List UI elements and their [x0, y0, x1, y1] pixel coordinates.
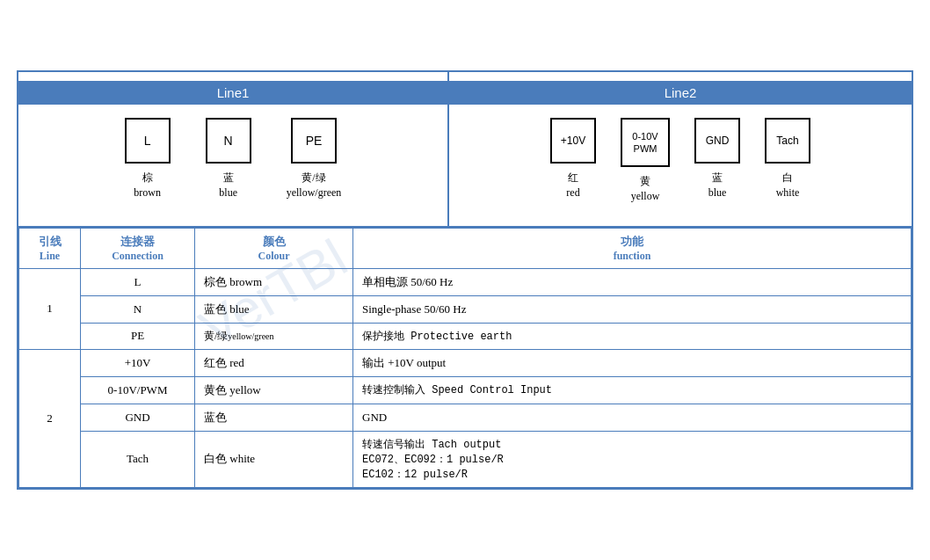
- connector-10v-label: 红 red: [566, 171, 579, 200]
- func-pwm-cell: 转速控制输入 Speed Control Input: [353, 376, 912, 404]
- th-line: 引线 Line: [19, 228, 81, 268]
- line1-connectors: L 棕 brown N 蓝 blue PE 黄/绿: [18, 118, 447, 200]
- conn-gnd-cell: GND: [81, 404, 195, 431]
- line2-connectors: +10V 红 red 0-10VPWM 黄 yellow GND: [449, 118, 912, 204]
- conn-pwm-cell: 0-10V/PWM: [81, 376, 195, 404]
- connector-PE-label: 黄/绿 yellow/green: [287, 171, 342, 200]
- connector-L-box: L: [125, 118, 171, 164]
- func-PE-cell: 保护接地 Protective earth: [353, 323, 912, 349]
- table-row: GND 蓝色 GND: [19, 404, 912, 431]
- func-tach-cell: 转速信号输出 Tach outputEC072、EC092：1 pulse/RE…: [353, 431, 912, 487]
- th-connection: 连接器 Connection: [81, 228, 195, 268]
- connector-pwm-label: 黄 yellow: [631, 174, 660, 204]
- connector-pwm-box: 0-10VPWM: [621, 118, 670, 167]
- line1-header: Line1: [18, 81, 447, 105]
- connector-L: L 棕 brown: [125, 118, 171, 200]
- connector-N: N 蓝 blue: [206, 118, 251, 200]
- table-row: 0-10V/PWM 黄色 yellow 转速控制输入 Speed Control…: [19, 376, 912, 404]
- data-table: 引线 Line 连接器 Connection 颜色 Colour 功能 func…: [18, 228, 912, 488]
- connector-N-label: 蓝 blue: [219, 171, 237, 200]
- func-10v-cell: 输出 +10V output: [353, 349, 912, 376]
- connector-PE: PE 黄/绿 yellow/green: [287, 118, 342, 200]
- table-wrapper: VerTBl 引线 Line 连接器 Connection 颜色 Colour: [18, 228, 912, 488]
- line2-header: Line2: [449, 81, 912, 105]
- connector-10v: +10V 红 red: [550, 118, 596, 204]
- connector-PE-box: PE: [291, 118, 337, 164]
- line1-cell: 1: [19, 268, 81, 349]
- table-row: 1 L 棕色 browm 单相电源 50/60 Hz: [19, 268, 912, 295]
- connector-pwm: 0-10VPWM 黄 yellow: [621, 118, 670, 204]
- line1-diagram: Line1 L 棕 brown N 蓝 blue P: [18, 72, 449, 226]
- connector-L-label: 棕 brown: [134, 171, 161, 200]
- table-header-row: 引线 Line 连接器 Connection 颜色 Colour 功能 func…: [19, 228, 912, 268]
- func-N-cell: Single-phase 50/60 Hz: [353, 295, 912, 323]
- main-container: Line1 L 棕 brown N 蓝 blue P: [17, 70, 913, 490]
- conn-L-cell: L: [81, 268, 195, 295]
- connector-tach-label: 白 white: [776, 171, 800, 200]
- line2-cell: 2: [19, 349, 81, 487]
- connector-gnd: GND 蓝 blue: [694, 118, 740, 204]
- connector-gnd-box: GND: [694, 118, 740, 164]
- color-L-cell: 棕色 browm: [195, 268, 353, 295]
- conn-10v-cell: +10V: [81, 349, 195, 376]
- connector-tach: Tach 白 white: [765, 118, 810, 204]
- color-PE-cell: 黄/绿yellow/green: [195, 323, 353, 349]
- color-pwm-cell: 黄色 yellow: [195, 376, 353, 404]
- connector-10v-box: +10V: [550, 118, 596, 164]
- line2-diagram: Line2 +10V 红 red 0-10VPWM 黄 yellow: [449, 72, 912, 226]
- connector-gnd-label: 蓝 blue: [708, 171, 727, 200]
- conn-tach-cell: Tach: [81, 431, 195, 487]
- color-N-cell: 蓝色 blue: [195, 295, 353, 323]
- table-row: Tach 白色 white 转速信号输出 Tach outputEC072、EC…: [19, 431, 912, 487]
- conn-N-cell: N: [81, 295, 195, 323]
- th-color: 颜色 Colour: [195, 228, 353, 268]
- table-row: 2 +10V 红色 red 输出 +10V output: [19, 349, 912, 376]
- func-L-cell: 单相电源 50/60 Hz: [353, 268, 912, 295]
- func-gnd-cell: GND: [353, 404, 912, 431]
- color-gnd-cell: 蓝色: [195, 404, 353, 431]
- diagram-section: Line1 L 棕 brown N 蓝 blue P: [18, 72, 912, 228]
- connector-tach-box: Tach: [765, 118, 810, 164]
- table-row: PE 黄/绿yellow/green 保护接地 Protective earth: [19, 323, 912, 349]
- connector-N-box: N: [206, 118, 251, 164]
- color-tach-cell: 白色 white: [195, 431, 353, 487]
- color-10v-cell: 红色 red: [195, 349, 353, 376]
- table-row: N 蓝色 blue Single-phase 50/60 Hz: [19, 295, 912, 323]
- conn-PE-cell: PE: [81, 323, 195, 349]
- th-function: 功能 function: [353, 228, 912, 268]
